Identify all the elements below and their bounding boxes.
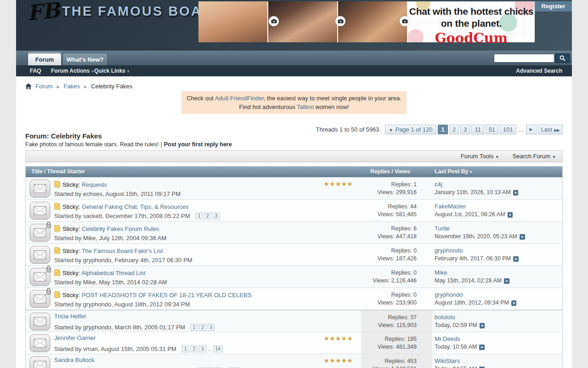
thread-page-link[interactable]: 2	[199, 324, 206, 331]
tab-whats-new[interactable]: What's New?	[62, 53, 107, 65]
goto-last-post-icon[interactable]: »	[513, 256, 519, 262]
table-row: Tricia HelferStarted by gryphondo, March…	[26, 310, 562, 332]
last-post-user-link[interactable]: gryphondo	[435, 247, 519, 254]
thread-byline: Started by Mike, May 15th, 2014 02:28 AM	[54, 279, 351, 286]
thread-title-link[interactable]: POST HEADSHOTS OF FAKES OF 18-21 YEAR OL…	[82, 292, 251, 299]
sticky-prefix: Sticky:	[62, 270, 81, 276]
envelope-icon	[29, 201, 51, 221]
home-icon[interactable]	[25, 83, 32, 89]
breadcrumb-separator-icon: ▸	[84, 83, 87, 90]
nav-link-faq[interactable]: FAQ	[30, 65, 41, 76]
page-button[interactable]: 101	[500, 125, 516, 134]
thread-page-link[interactable]: 3	[213, 213, 220, 219]
page-button[interactable]: 11	[471, 125, 484, 134]
pagination-area: Threads 1 to 50 of 5963 ▼Page 1 of 120 1…	[316, 125, 563, 134]
threads-count: Threads 1 to 50 of 5963	[316, 126, 379, 133]
last-post-user-link[interactable]: gryphondo	[435, 291, 516, 298]
thread-title-link[interactable]: Requests	[82, 181, 107, 188]
thread-page-link[interactable]: 3	[208, 324, 215, 331]
table-row: Sticky: The Famous Board Fakir's ListSta…	[26, 243, 562, 265]
thread-title-link[interactable]: Jennifer Garner	[54, 334, 96, 341]
thread-page-link[interactable]: 1	[191, 324, 198, 331]
thread-page-link[interactable]: 2	[204, 213, 211, 219]
last-post-date: January 11th, 2026, 10:13 AM»	[435, 189, 518, 196]
thread-title-link[interactable]: The Famous Board Fakir's List	[82, 247, 163, 254]
page-button[interactable]: 2	[449, 125, 459, 134]
breadcrumb-link-forum[interactable]: Forum	[35, 83, 53, 90]
goto-last-post-icon[interactable]: »	[504, 278, 509, 284]
forum-tools-label: Forum Tools	[461, 153, 493, 160]
search-input[interactable]	[494, 54, 554, 63]
fb-logo[interactable]: FB	[26, 0, 61, 26]
page: FB THE FAMOUS BOARD Register Chat with t…	[16, 0, 572, 368]
column-replies-views[interactable]: Replies / Views	[370, 167, 410, 177]
goto-last-post-icon[interactable]: »	[479, 345, 485, 350]
goto-last-post-icon[interactable]: »	[480, 323, 485, 328]
envelope-lock-icon	[29, 268, 51, 288]
views-count: Views: 481,349	[361, 343, 417, 351]
thread-title-link[interactable]: Celebrity Fakes Forum Rules	[82, 225, 159, 232]
sort-arrow-icon: ▼	[469, 170, 473, 174]
goto-last-post-icon[interactable]: »	[513, 190, 519, 196]
byline-text: Started by vman, August 15th, 2005 05:31…	[54, 345, 176, 352]
forum-tools-menu[interactable]: Forum Tools▼	[461, 153, 499, 160]
next-page-button[interactable]: ▶	[526, 125, 537, 134]
last-page-button[interactable]: Last▶▶	[538, 125, 563, 134]
thread-title-link[interactable]: Tricia Helfer	[54, 313, 86, 320]
thread-page-link[interactable]: 2	[191, 345, 198, 352]
thread-page-link[interactable]: 1	[182, 345, 189, 352]
forum-toolbar: Forum Tools▼ Search Forum▼	[25, 150, 563, 162]
search-forum-menu[interactable]: Search Forum▼	[513, 153, 556, 160]
last-post-date: May 15th, 2014, 02:28 AM»	[435, 277, 509, 284]
tab-forum[interactable]: Forum	[28, 53, 62, 65]
page-button[interactable]: 3	[460, 125, 470, 134]
breadcrumb-current: Celebrity Fakes	[91, 83, 132, 90]
camera-icon	[400, 16, 410, 26]
table-row: Sticky: POST HEADSHOTS OF FAKES OF 18-21…	[26, 288, 562, 310]
breadcrumb-link-fakes[interactable]: Fakes	[64, 83, 80, 90]
breadcrumb: Forum ▸ Fakes ▸ Celebrity Fakes	[25, 83, 132, 90]
last-post-user-link[interactable]: Mike	[435, 269, 509, 276]
last-post-user-link[interactable]: bolololo	[435, 314, 485, 321]
last-post-user-link[interactable]: Turtle	[435, 225, 525, 232]
adult-friendfinder-link[interactable]: Adult FriendFinder	[215, 95, 264, 102]
last-post-cell: MikeMay 15th, 2014, 02:28 AM»	[435, 269, 509, 284]
column-last-post-by[interactable]: Last Post By▼	[435, 167, 473, 178]
column-title-thread-starter[interactable]: Title / Thread Starter	[31, 167, 85, 177]
thread-title-line: Sticky: Celebrity Fakes Forum Rules	[54, 225, 351, 233]
envelope-lock-icon	[29, 224, 51, 243]
sticky-prefix: Sticky:	[62, 225, 82, 232]
thread-title-link[interactable]: Sandra Bullock	[54, 356, 94, 363]
banner-ad[interactable]: Chat with the hottest chicks on the plan…	[198, 1, 535, 42]
thread-stats: Replies: 0Views: 2,126,446	[361, 266, 432, 288]
thread-page-link[interactable]: 1	[196, 213, 203, 219]
thread-stats: Replies: 0Views: 233,900	[361, 288, 432, 310]
sticky-note-icon	[54, 291, 60, 299]
page-selector[interactable]: ▼Page 1 of 120	[385, 125, 437, 134]
search-button[interactable]	[555, 53, 570, 63]
last-post-user-link[interactable]: c4j	[435, 181, 518, 188]
register-button[interactable]: Register	[535, 1, 572, 12]
last-post-user-link[interactable]: WikiStars	[435, 357, 485, 364]
last-post-user-link[interactable]: FakeMaster	[435, 203, 513, 210]
byline-text: Started by gryphondo, March 8th, 2005 01…	[54, 324, 185, 331]
thread-page-link[interactable]: 14	[213, 345, 223, 352]
thread-page-link[interactable]: 3	[199, 345, 206, 352]
nav-link-quick-links[interactable]: Quick Links▾	[94, 65, 130, 77]
chevron-down-icon: ▾	[127, 69, 130, 74]
thread-title-link[interactable]: Alphabetical Thread List	[81, 270, 145, 276]
goto-last-post-icon[interactable]: »	[508, 212, 513, 218]
replies-count: Replies: 0	[361, 247, 417, 255]
chevron-down-icon: ▼	[495, 155, 499, 159]
goto-last-post-icon[interactable]: »	[511, 300, 517, 306]
last-post-user-link[interactable]: Mr.Deeds	[435, 335, 485, 342]
sticky-prefix: Sticky:	[62, 181, 82, 188]
tallinn-link[interactable]: Tallinn	[297, 104, 314, 110]
page-button[interactable]: 51	[486, 125, 498, 134]
goto-last-post-icon[interactable]: »	[520, 234, 525, 240]
advanced-search-link[interactable]: Advanced Search	[516, 65, 562, 76]
page-button[interactable]: 1	[438, 125, 447, 134]
nav-link-forum-actions[interactable]: Forum Actions▾	[51, 65, 94, 77]
thread-title-link[interactable]: General Faking Chat, Tips, & Resources	[82, 203, 189, 210]
first-reply-link[interactable]: Post your first reply here	[164, 141, 232, 148]
